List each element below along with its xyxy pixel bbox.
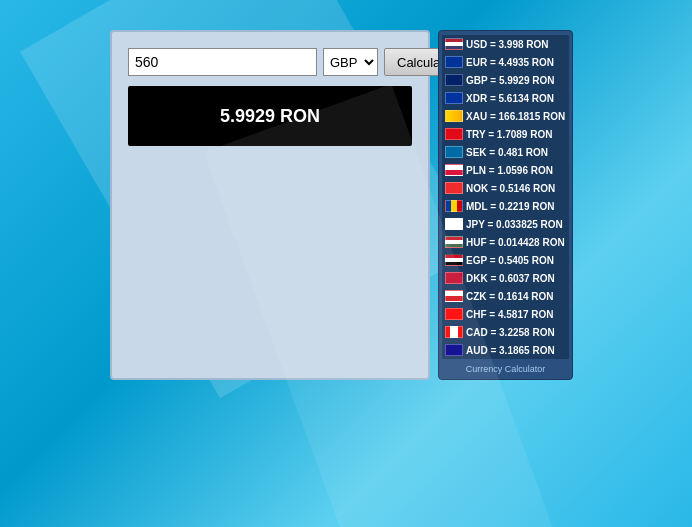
flag-eur — [445, 56, 463, 68]
flag-huf — [445, 236, 463, 248]
flag-usd — [445, 38, 463, 50]
flag-czk — [445, 290, 463, 302]
rate-text-aud: AUD = 3.1865 RON — [466, 345, 555, 356]
result-value: 5.9929 RON — [220, 106, 320, 127]
flag-jpy — [445, 218, 463, 230]
rate-item-mdl[interactable]: MDL = 0.2219 RON — [442, 197, 569, 215]
flag-xdr — [445, 92, 463, 104]
rate-item-eur[interactable]: EUR = 4.4935 RON — [442, 53, 569, 71]
rate-item-usd[interactable]: USD = 3.998 RON — [442, 35, 569, 53]
rate-item-aud[interactable]: AUD = 3.1865 RON — [442, 341, 569, 359]
flag-sek — [445, 146, 463, 158]
rate-item-czk[interactable]: CZK = 0.1614 RON — [442, 287, 569, 305]
input-row: USDEURGBPXDRXAUTRYSEKPLNNOKMDLJPYHUFEGPD… — [128, 48, 412, 76]
rate-text-jpy: JPY = 0.033825 RON — [466, 219, 563, 230]
flag-chf — [445, 308, 463, 320]
amount-input[interactable] — [128, 48, 317, 76]
rate-item-jpy[interactable]: JPY = 0.033825 RON — [442, 215, 569, 233]
rate-text-sek: SEK = 0.481 RON — [466, 147, 548, 158]
rate-text-nok: NOK = 0.5146 RON — [466, 183, 555, 194]
rate-text-mdl: MDL = 0.2219 RON — [466, 201, 554, 212]
main-container: USDEURGBPXDRXAUTRYSEKPLNNOKMDLJPYHUFEGPD… — [110, 30, 573, 380]
flag-cad — [445, 326, 463, 338]
rate-item-dkk[interactable]: DKK = 0.6037 RON — [442, 269, 569, 287]
rates-panel: USD = 3.998 RONEUR = 4.4935 RONGBP = 5.9… — [438, 30, 573, 380]
rate-text-eur: EUR = 4.4935 RON — [466, 57, 554, 68]
flag-try — [445, 128, 463, 140]
rate-text-dkk: DKK = 0.6037 RON — [466, 273, 555, 284]
rate-text-czk: CZK = 0.1614 RON — [466, 291, 554, 302]
rate-item-sek[interactable]: SEK = 0.481 RON — [442, 143, 569, 161]
rate-text-cad: CAD = 3.2258 RON — [466, 327, 555, 338]
flag-pln — [445, 164, 463, 176]
flag-nok — [445, 182, 463, 194]
footer-label: Currency Calculator — [442, 362, 569, 375]
flag-gbp — [445, 74, 463, 86]
flag-mdl — [445, 200, 463, 212]
rate-item-xau[interactable]: XAU = 166.1815 RON — [442, 107, 569, 125]
rate-item-gbp[interactable]: GBP = 5.9929 RON — [442, 71, 569, 89]
currency-select[interactable]: USDEURGBPXDRXAUTRYSEKPLNNOKMDLJPYHUFEGPD… — [323, 48, 378, 76]
rate-text-huf: HUF = 0.014428 RON — [466, 237, 565, 248]
calculator-panel: USDEURGBPXDRXAUTRYSEKPLNNOKMDLJPYHUFEGPD… — [110, 30, 430, 380]
rate-item-cad[interactable]: CAD = 3.2258 RON — [442, 323, 569, 341]
rate-text-try: TRY = 1.7089 RON — [466, 129, 552, 140]
rate-text-gbp: GBP = 5.9929 RON — [466, 75, 554, 86]
rate-text-egp: EGP = 0.5405 RON — [466, 255, 554, 266]
rate-item-egp[interactable]: EGP = 0.5405 RON — [442, 251, 569, 269]
rate-text-xdr: XDR = 5.6134 RON — [466, 93, 554, 104]
rate-item-xdr[interactable]: XDR = 5.6134 RON — [442, 89, 569, 107]
rate-item-try[interactable]: TRY = 1.7089 RON — [442, 125, 569, 143]
rate-text-pln: PLN = 1.0596 RON — [466, 165, 553, 176]
flag-xau — [445, 110, 463, 122]
flag-egp — [445, 254, 463, 266]
rates-list: USD = 3.998 RONEUR = 4.4935 RONGBP = 5.9… — [442, 35, 569, 359]
rate-text-usd: USD = 3.998 RON — [466, 39, 549, 50]
rate-text-xau: XAU = 166.1815 RON — [466, 111, 565, 122]
rate-item-huf[interactable]: HUF = 0.014428 RON — [442, 233, 569, 251]
rate-text-chf: CHF = 4.5817 RON — [466, 309, 554, 320]
rate-item-pln[interactable]: PLN = 1.0596 RON — [442, 161, 569, 179]
rate-item-nok[interactable]: NOK = 0.5146 RON — [442, 179, 569, 197]
flag-dkk — [445, 272, 463, 284]
flag-aud — [445, 344, 463, 356]
rate-item-chf[interactable]: CHF = 4.5817 RON — [442, 305, 569, 323]
result-display: 5.9929 RON — [128, 86, 412, 146]
